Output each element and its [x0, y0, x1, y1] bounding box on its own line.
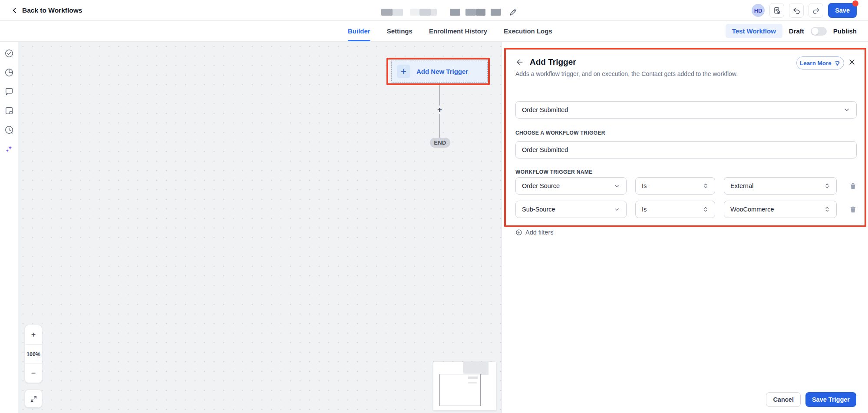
circle-plus-icon	[515, 229, 522, 236]
up-down-chevrons-icon	[703, 182, 709, 189]
minimap-node-detail	[468, 377, 478, 379]
publish-toggle[interactable]	[811, 27, 827, 36]
chevron-down-icon	[843, 106, 850, 113]
delete-filter-button[interactable]	[848, 204, 858, 215]
add-new-trigger-node[interactable]: Add New Trigger	[391, 60, 488, 83]
minimap-viewport[interactable]	[439, 374, 481, 406]
trigger-name-label: WORKFLOW TRIGGER NAME	[515, 169, 593, 175]
redo-icon	[812, 7, 820, 15]
zoom-level: 100%	[25, 344, 42, 363]
learn-more-button[interactable]: Learn More	[796, 56, 844, 69]
panel-title: Add Trigger	[530, 57, 576, 67]
avatar[interactable]: HD	[752, 4, 765, 17]
panel-subtitle: Adds a workflow trigger, and on executio…	[515, 70, 738, 77]
fit-view-button[interactable]	[25, 390, 42, 408]
filter-value-select[interactable]: WooCommerce	[724, 201, 837, 218]
skeleton-block	[393, 9, 403, 16]
expand-icon	[30, 395, 37, 403]
undo-button[interactable]	[789, 3, 804, 18]
up-down-chevrons-icon	[824, 206, 830, 213]
draft-label: Draft	[789, 27, 804, 35]
top-bar: Back to Workflows HD	[0, 0, 868, 21]
filter-value-value: External	[730, 182, 753, 189]
filter-field-value: Order Source	[522, 182, 560, 189]
filter-value-value: WooCommerce	[730, 206, 774, 213]
skeleton-block	[381, 9, 393, 16]
redo-button[interactable]	[809, 3, 823, 18]
tab-builder[interactable]: Builder	[348, 21, 370, 41]
add-step-plus-button[interactable]: +	[435, 106, 445, 114]
minimap-node	[463, 362, 488, 375]
test-workflow-button[interactable]: Test Workflow	[726, 24, 782, 38]
minimap-node-detail	[468, 382, 477, 383]
minimap[interactable]	[433, 362, 496, 410]
skeleton-block	[491, 9, 501, 16]
plus-icon	[397, 65, 410, 78]
toggle-knob	[812, 28, 818, 35]
document-check-icon	[773, 7, 781, 15]
tab-bar: Builder Settings Enrollment History Exec…	[0, 21, 868, 42]
note-card-icon[interactable]	[4, 106, 14, 116]
add-filters-button[interactable]: Add filters	[515, 229, 553, 236]
workflow-title-skeleton	[381, 9, 517, 16]
check-circle-icon[interactable]	[4, 48, 14, 59]
skeleton-block	[450, 9, 460, 16]
chevron-down-icon	[614, 206, 620, 213]
delete-filter-button[interactable]	[848, 181, 858, 191]
edit-title-pencil-icon[interactable]	[509, 8, 517, 17]
canvas-tool-strip	[0, 42, 18, 413]
main-area: Add New Trigger + END + 100% −	[0, 42, 868, 413]
clock-history-icon[interactable]	[4, 125, 14, 135]
filter-operator-select[interactable]: Is	[635, 177, 715, 195]
add-trigger-panel: Add Trigger Learn More Adds a workflow t…	[502, 42, 868, 413]
tabs: Builder Settings Enrollment History Exec…	[348, 21, 552, 41]
zoom-in-button[interactable]: +	[25, 325, 42, 344]
add-filters-label: Add filters	[525, 229, 553, 236]
back-to-workflows-button[interactable]: Back to Workflows	[11, 7, 82, 14]
version-history-button[interactable]	[769, 3, 784, 18]
ai-sparkles-icon[interactable]	[4, 144, 14, 154]
learn-more-label: Learn More	[800, 60, 832, 66]
filter-operator-value: Is	[642, 206, 647, 213]
close-icon[interactable]	[848, 58, 856, 66]
save-trigger-button[interactable]: Save Trigger	[805, 392, 856, 407]
chevron-left-icon	[11, 7, 18, 14]
skeleton-block	[431, 9, 437, 16]
panel-back-arrow-icon[interactable]	[515, 58, 524, 66]
up-down-chevrons-icon	[703, 206, 709, 213]
skeleton-block	[419, 9, 431, 16]
choose-trigger-label: CHOOSE A WORKFLOW TRIGGER	[515, 130, 605, 136]
skeleton-block	[410, 9, 419, 16]
workflow-trigger-select-value: Order Submitted	[522, 106, 568, 113]
filter-field-select[interactable]: Sub-Source	[515, 201, 627, 218]
publish-label: Publish	[833, 27, 857, 35]
tab-enrollment-history[interactable]: Enrollment History	[429, 21, 487, 41]
workflow-builder-app: Back to Workflows HD	[0, 0, 868, 413]
up-down-chevrons-icon	[824, 182, 830, 189]
panel-footer: Cancel Save Trigger	[766, 392, 856, 407]
chevron-down-icon	[614, 183, 620, 189]
zoom-out-button[interactable]: −	[25, 363, 42, 383]
save-button[interactable]: Save	[828, 3, 857, 18]
end-node: END	[430, 138, 450, 148]
chat-bubble-icon[interactable]	[4, 86, 14, 97]
tab-settings[interactable]: Settings	[387, 21, 413, 41]
undo-icon	[792, 7, 801, 15]
trigger-name-input[interactable]	[522, 146, 850, 153]
zoom-controls: + 100% −	[25, 325, 42, 383]
cancel-button[interactable]: Cancel	[766, 392, 801, 407]
lightbulb-icon	[834, 60, 841, 66]
top-bar-actions: HD Save	[752, 3, 857, 18]
back-label: Back to Workflows	[22, 7, 82, 14]
filter-operator-select[interactable]: Is	[635, 201, 715, 218]
tab-execution-logs[interactable]: Execution Logs	[504, 21, 552, 41]
filter-value-select[interactable]: External	[724, 177, 837, 195]
tab-bar-actions: Test Workflow Draft Publish	[726, 21, 857, 41]
pie-chart-icon[interactable]	[4, 67, 14, 78]
filter-operator-value: Is	[642, 182, 647, 189]
filter-field-value: Sub-Source	[522, 206, 555, 213]
trigger-node-label: Add New Trigger	[416, 68, 468, 75]
workflow-canvas[interactable]: Add New Trigger + END + 100% −	[18, 42, 502, 413]
filter-field-select[interactable]: Order Source	[515, 177, 627, 195]
workflow-trigger-select[interactable]: Order Submitted	[515, 101, 857, 119]
